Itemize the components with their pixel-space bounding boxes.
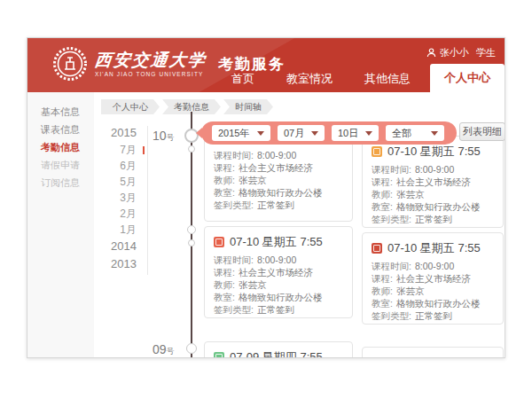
timeline-nav-mar[interactable]: 3月 bbox=[94, 190, 142, 206]
card-field: 教师:张芸京 bbox=[214, 174, 343, 186]
timeline-nav-2013[interactable]: 2013 bbox=[94, 255, 142, 273]
card-title: 07-10 星期五 7:55 bbox=[387, 144, 481, 160]
attendance-type-icon bbox=[372, 146, 382, 157]
card-field: 教室:格物致知行政办公楼 bbox=[372, 297, 494, 309]
card-header: 07-10 星期五 7:55 bbox=[372, 144, 494, 160]
card-header: 07-10 星期五 7:55 bbox=[214, 234, 343, 250]
nav-item-home[interactable]: 首页 bbox=[221, 66, 265, 92]
timeline-nav-divider bbox=[147, 126, 148, 275]
timeline-nav-jan[interactable]: 1月 bbox=[94, 222, 142, 238]
card-header: 07-10 星期五 7:55 bbox=[372, 240, 494, 256]
card-header: 07-09 星期四 7:55 bbox=[214, 349, 343, 358]
attendance-type-icon bbox=[214, 352, 224, 358]
nav-item-classrooms[interactable]: 教室情况 bbox=[276, 66, 343, 92]
card-field: 课程时间:8:00-9:00 bbox=[372, 260, 494, 272]
card-field: 签到类型:正常签到 bbox=[214, 303, 343, 316]
day-marker-09: 09号 bbox=[153, 341, 175, 357]
card-field: 教师:张芸京 bbox=[372, 285, 494, 297]
day-select[interactable]: 10日 bbox=[332, 125, 379, 141]
attendance-card: 07-10 星期五 7:55 课程时间:8:00-9:00 课程:社会主义市场经… bbox=[204, 226, 353, 318]
attendance-card: 07-09 星期四 7:55 bbox=[204, 341, 353, 358]
chevron-down-icon bbox=[431, 131, 438, 136]
timeline-nav-2015[interactable]: 2015 bbox=[94, 124, 142, 142]
card-title: 07-10 星期五 7:55 bbox=[387, 240, 481, 256]
university-logo-icon bbox=[52, 46, 88, 82]
timeline-node-icon bbox=[188, 145, 195, 153]
sidebar-item-schedule-info[interactable]: 课表信息 bbox=[27, 121, 94, 138]
attendance-card: 07-10 星期五 7:55 课程时间:8:00-9:00 课程:社会主义市场经… bbox=[362, 232, 504, 325]
app-window: 西安交通大学 XI'AN JIAO TONG UNIVERSITY 考勤服务 张… bbox=[27, 37, 505, 358]
breadcrumb-timeline[interactable]: 时间轴 bbox=[223, 99, 273, 114]
app-body: 基本信息 课表信息 考勤信息 请假申请 订阅信息 个人中心 考勤信息 时间轴 2… bbox=[27, 92, 505, 358]
timeline-nav-may[interactable]: 5月 bbox=[94, 174, 142, 190]
timeline-nav-feb[interactable]: 2月 bbox=[94, 206, 142, 222]
list-detail-button[interactable]: 列表明细 bbox=[459, 122, 505, 141]
card-title: 07-10 星期五 7:55 bbox=[230, 234, 323, 250]
card-field: 教师:张芸京 bbox=[372, 188, 494, 200]
content: 个人中心 考勤信息 时间轴 2015 7月 6月 5月 3月 2月 1月 201… bbox=[94, 92, 505, 358]
user-role: 学生 bbox=[476, 46, 496, 59]
timeline-year-month-nav: 2015 7月 6月 5月 3月 2月 1月 2014 2013 bbox=[94, 124, 142, 273]
university-name-cn: 西安交通大学 bbox=[94, 51, 207, 70]
timeline-node-icon bbox=[187, 225, 196, 234]
university-name-en: XI'AN JIAO TONG UNIVERSITY bbox=[95, 70, 207, 78]
filter-bar-tail-icon bbox=[196, 128, 202, 138]
breadcrumb: 个人中心 考勤信息 时间轴 bbox=[101, 99, 276, 114]
app-header: 西安交通大学 XI'AN JIAO TONG UNIVERSITY 考勤服务 张… bbox=[27, 38, 505, 92]
chevron-down-icon bbox=[257, 131, 264, 136]
month-select[interactable]: 07月 bbox=[278, 125, 325, 141]
sidebar: 基本信息 课表信息 考勤信息 请假申请 订阅信息 bbox=[27, 92, 94, 358]
timeline-node-icon bbox=[188, 239, 195, 246]
card-field: 课程:社会主义市场经济 bbox=[372, 176, 494, 188]
attendance-card bbox=[362, 347, 504, 358]
card-field: 课程:社会主义市场经济 bbox=[372, 272, 494, 285]
card-field: 教室:格物致知行政办公楼 bbox=[214, 291, 343, 303]
day-marker-10: 10号 bbox=[153, 128, 175, 144]
card-field: 签到类型:正常签到 bbox=[214, 199, 343, 211]
card-tail-icon bbox=[204, 232, 210, 245]
user-icon bbox=[426, 48, 436, 58]
attendance-card: 课程时间:8:00-9:00 课程:社会主义市场经济 教师:张芸京 教室:格物致… bbox=[204, 132, 353, 222]
user-menu[interactable]: 张小小 学生 bbox=[426, 46, 496, 59]
card-field: 教室:格物致知行政办公楼 bbox=[214, 186, 343, 199]
year-select[interactable]: 2015年 bbox=[212, 125, 270, 141]
page: 西安交通大学 XI'AN JIAO TONG UNIVERSITY 考勤服务 张… bbox=[0, 0, 532, 399]
timeline-node-icon bbox=[186, 343, 197, 354]
card-field: 教师:张芸京 bbox=[214, 278, 343, 291]
timeline-nav-2014[interactable]: 2014 bbox=[94, 238, 142, 255]
current-month-tick-icon bbox=[143, 146, 145, 154]
nav-item-other-info[interactable]: 其他信息 bbox=[354, 66, 421, 92]
card-field: 课程:社会主义市场经济 bbox=[214, 161, 343, 174]
card-field: 课程:社会主义市场经济 bbox=[214, 266, 343, 278]
card-title: 07-09 星期四 7:55 bbox=[230, 349, 323, 358]
sidebar-item-subscription-info[interactable]: 订阅信息 bbox=[27, 174, 94, 192]
card-field: 课程时间:8:00-9:00 bbox=[214, 149, 343, 161]
card-field: 课程时间:8:00-9:00 bbox=[372, 163, 494, 176]
sidebar-item-leave-request[interactable]: 请假申请 bbox=[27, 156, 94, 174]
card-field: 课程时间:8:00-9:00 bbox=[214, 254, 343, 266]
attendance-type-icon bbox=[214, 237, 224, 247]
type-select[interactable]: 全部 bbox=[386, 125, 444, 141]
chevron-down-icon bbox=[311, 131, 318, 136]
card-field: 签到类型:正常签到 bbox=[372, 309, 494, 322]
timeline-nav-jun[interactable]: 6月 bbox=[94, 158, 142, 174]
chevron-down-icon bbox=[365, 131, 372, 136]
university-name: 西安交通大学 XI'AN JIAO TONG UNIVERSITY bbox=[95, 51, 207, 78]
attendance-type-icon bbox=[372, 243, 382, 254]
breadcrumb-personal-center[interactable]: 个人中心 bbox=[101, 99, 160, 114]
sidebar-item-attendance-info[interactable]: 考勤信息 bbox=[27, 138, 94, 156]
attendance-card: 07-10 星期五 7:55 课程时间:8:00-9:00 课程:社会主义市场经… bbox=[362, 136, 504, 228]
filter-bar: 2015年 07月 10日 全部 bbox=[201, 121, 457, 145]
main-nav: 首页 教室情况 其他信息 个人中心 bbox=[210, 64, 505, 92]
nav-item-personal-center[interactable]: 个人中心 bbox=[430, 64, 505, 92]
card-field: 签到类型:正常签到 bbox=[372, 213, 494, 225]
timeline-nav-jul[interactable]: 7月 bbox=[94, 142, 142, 158]
sidebar-item-basic-info[interactable]: 基本信息 bbox=[27, 103, 94, 121]
card-field: 教室:格物致知行政办公楼 bbox=[372, 200, 494, 213]
user-name: 张小小 bbox=[440, 46, 469, 59]
